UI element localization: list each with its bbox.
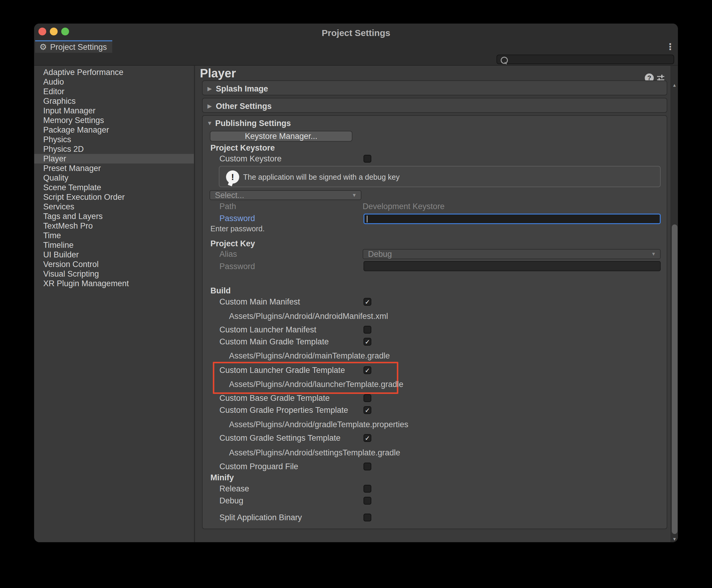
sidebar-item-editor[interactable]: Editor xyxy=(34,87,194,96)
sidebar-list: Adaptive PerformanceAudioEditorGraphicsI… xyxy=(34,66,194,542)
sidebar-item-services[interactable]: Services xyxy=(34,202,194,211)
section-other-settings[interactable]: ▶ Other Settings xyxy=(202,98,667,113)
custom-gradle-properties-template-checkbox[interactable]: ✓ xyxy=(364,406,371,414)
custom-base-gradle-template-label: Custom Base Gradle Template xyxy=(219,394,330,402)
main-scrollbar-thumb[interactable] xyxy=(672,225,677,534)
sidebar-item-tags-and-layers[interactable]: Tags and Layers xyxy=(34,211,194,221)
custom-launcher-gradle-template-checkbox[interactable]: ✓ xyxy=(364,366,371,374)
minify-debug-checkbox[interactable] xyxy=(364,497,371,505)
scroll-down-icon[interactable]: ▼ xyxy=(671,537,678,541)
keystore-select-value: Select... xyxy=(215,190,244,200)
sidebar-item-input-manager[interactable]: Input Manager xyxy=(34,106,194,115)
keystore-password-input[interactable] xyxy=(364,214,661,224)
custom-launcher-manifest-label: Custom Launcher Manifest xyxy=(219,326,317,334)
custom-gradle-settings-template-checkbox[interactable]: ✓ xyxy=(364,434,371,442)
sidebar-item-audio[interactable]: Audio xyxy=(34,77,194,87)
custom-main-gradle-template-checkbox[interactable]: ✓ xyxy=(364,338,371,345)
custom-gradle-properties-template-path: Assets/Plugins/Android/gradleTemplate.pr… xyxy=(229,421,408,429)
sidebar-item-timeline[interactable]: Timeline xyxy=(34,240,194,250)
custom-main-gradle-template-label: Custom Main Gradle Template xyxy=(219,338,329,346)
custom-main-manifest-path: Assets/Plugins/Android/AndroidManifest.x… xyxy=(229,312,388,320)
sidebar-item-graphics[interactable]: Graphics xyxy=(34,96,194,106)
keystore-select-dropdown[interactable]: Select... ▼ xyxy=(209,190,361,200)
dropdown-arrow-icon: ▼ xyxy=(651,252,656,256)
sidebar-item-physics-2d[interactable]: Physics 2D xyxy=(34,144,194,154)
custom-proguard-file-checkbox[interactable] xyxy=(364,463,371,470)
search-icon xyxy=(501,57,508,64)
keystore-manager-button[interactable]: Keystore Manager... xyxy=(210,131,352,142)
window-title: Project Settings xyxy=(34,28,678,38)
sidebar-divider xyxy=(194,66,195,542)
custom-main-gradle-template-path: Assets/Plugins/Android/mainTemplate.grad… xyxy=(229,352,390,360)
custom-gradle-settings-template-label: Custom Gradle Settings Template xyxy=(219,434,340,442)
custom-launcher-gradle-template-path: Assets/Plugins/Android/launcherTemplate.… xyxy=(229,380,403,388)
custom-keystore-checkbox[interactable] xyxy=(364,155,371,163)
section-splash-image-label: Splash Image xyxy=(216,85,268,93)
sidebar-item-time[interactable]: Time xyxy=(34,231,194,240)
keystore-password-label: Password xyxy=(219,214,255,223)
custom-main-manifest-checkbox[interactable]: ✓ xyxy=(364,298,371,306)
tabstrip-kebab-menu-icon[interactable]: ⋮ xyxy=(666,42,675,51)
warning-bubble-icon: ! xyxy=(226,170,239,184)
dropdown-arrow-icon: ▼ xyxy=(352,193,357,198)
path-label: Path xyxy=(219,203,236,211)
text-caret xyxy=(367,215,367,222)
page-title: Player xyxy=(200,66,236,80)
sidebar-item-physics[interactable]: Physics xyxy=(34,135,194,144)
minify-header: Minify xyxy=(210,474,234,482)
custom-main-manifest-label: Custom Main Manifest xyxy=(219,298,300,306)
key-password-label: Password xyxy=(219,262,255,271)
sidebar-item-memory-settings[interactable]: Memory Settings xyxy=(34,115,194,125)
foldout-closed-icon[interactable]: ▶ xyxy=(207,103,212,109)
infobox-message: The application will be signed with a de… xyxy=(243,173,400,181)
project-key-header: Project Key xyxy=(210,240,255,248)
sidebar-item-xr-plugin-management[interactable]: XR Plugin Management xyxy=(34,279,194,288)
project-keystore-header: Project Keystore xyxy=(210,144,275,152)
split-application-binary-checkbox[interactable] xyxy=(364,513,371,521)
custom-proguard-file-label: Custom Proguard File xyxy=(219,463,298,471)
section-splash-image[interactable]: ▶ Splash Image xyxy=(202,80,667,96)
split-application-binary-label: Split Application Binary xyxy=(219,513,302,522)
sidebar-item-scene-template[interactable]: Scene Template xyxy=(34,183,194,192)
sidebar-item-script-execution-order[interactable]: Script Execution Order xyxy=(34,192,194,202)
path-value: Development Keystore xyxy=(363,203,445,211)
project-settings-window: Project Settings ⚙ Project Settings ⋮ Ad… xyxy=(34,23,678,542)
foldout-open-icon[interactable]: ▼ xyxy=(207,120,212,126)
sidebar-item-package-manager[interactable]: Package Manager xyxy=(34,125,194,135)
foldout-closed-icon[interactable]: ▶ xyxy=(207,86,212,91)
sidebar-item-visual-scripting[interactable]: Visual Scripting xyxy=(34,269,194,279)
sidebar-item-preset-manager[interactable]: Preset Manager xyxy=(34,164,194,173)
sidebar-item-ui-builder[interactable]: UI Builder xyxy=(34,250,194,259)
key-password-input[interactable] xyxy=(364,261,661,271)
debug-key-infobox: ! The application will be signed with a … xyxy=(219,166,661,187)
scroll-up-icon[interactable]: ▲ xyxy=(671,83,678,87)
tab-label: Project Settings xyxy=(50,43,107,52)
custom-base-gradle-template-checkbox[interactable] xyxy=(364,394,371,402)
enter-password-hint: Enter password. xyxy=(210,225,265,232)
minify-release-label: Release xyxy=(219,485,249,493)
section-other-settings-label: Other Settings xyxy=(216,102,272,110)
alias-label: Alias xyxy=(219,250,237,258)
search-input[interactable] xyxy=(496,55,674,64)
alias-dropdown[interactable]: Debug ▼ xyxy=(363,249,661,259)
sidebar-item-player[interactable]: Player xyxy=(34,154,194,164)
custom-launcher-gradle-template-label: Custom Launcher Gradle Template xyxy=(219,366,345,374)
sidebar-item-version-control[interactable]: Version Control xyxy=(34,259,194,269)
minify-release-checkbox[interactable] xyxy=(364,485,371,492)
minify-debug-label: Debug xyxy=(219,497,243,505)
sidebar-item-quality[interactable]: Quality xyxy=(34,173,194,183)
custom-keystore-label: Custom Keystore xyxy=(219,155,282,163)
custom-launcher-manifest-checkbox[interactable] xyxy=(364,326,371,334)
tab-project-settings[interactable]: ⚙ Project Settings xyxy=(35,40,112,53)
sidebar-item-textmesh-pro[interactable]: TextMesh Pro xyxy=(34,221,194,231)
custom-gradle-properties-template-label: Custom Gradle Properties Template xyxy=(219,406,348,414)
build-header: Build xyxy=(210,287,231,295)
section-publishing-settings-label[interactable]: Publishing Settings xyxy=(215,120,291,127)
alias-value: Debug xyxy=(368,250,392,259)
sidebar-item-adaptive-performance[interactable]: Adaptive Performance xyxy=(34,67,194,77)
gear-icon: ⚙ xyxy=(39,43,47,51)
custom-gradle-settings-template-path: Assets/Plugins/Android/settingsTemplate.… xyxy=(229,449,400,457)
